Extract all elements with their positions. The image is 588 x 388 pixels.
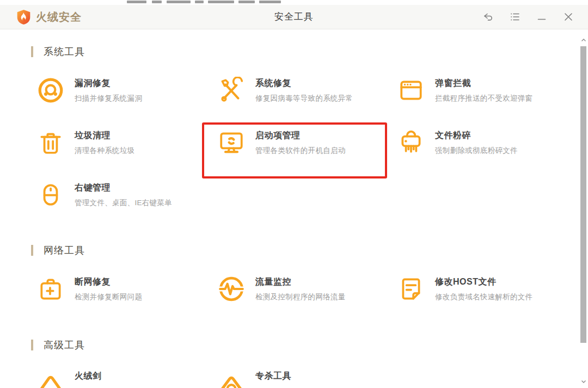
app-window: 火绒安全 安全工具 xyxy=(0,0,588,388)
tool-desc: 检测并修复断网问题 xyxy=(75,292,142,302)
section-marker xyxy=(31,340,33,350)
scrollbar-thumb[interactable] xyxy=(580,46,586,343)
tool-network-repair[interactable]: 断网修复 检测并修复断网问题 xyxy=(37,275,218,304)
huorong-logo-icon xyxy=(16,9,31,25)
section-header-advanced-tools: 高级工具 xyxy=(31,338,588,352)
section-title: 系统工具 xyxy=(44,45,85,58)
tool-desc: 检测及控制程序的网络流量 xyxy=(255,292,346,302)
network-tools-grid: 断网修复 检测并修复断网问题 流量监控 检测及控制程序的网络流量 xyxy=(37,275,588,304)
system-tools-grid: 漏洞修复 扫描并修复系统漏洞 系统修复 修复因病毒等导致的系统异 xyxy=(37,76,588,210)
tool-desc: 修复因病毒等导致的系统异常 xyxy=(255,94,353,103)
tool-name: 专杀工具 xyxy=(255,371,291,382)
section-title: 高级工具 xyxy=(44,338,85,352)
advanced-tools-grid: 火绒剑 专杀工具 xyxy=(37,369,588,388)
tool-desc: 拦截程序推送的不受欢迎弹窗 xyxy=(435,94,532,103)
tool-name: 文件粉碎 xyxy=(435,130,518,141)
tool-context-menu-manager[interactable]: 右键管理 管理文件、桌面、IE右键菜单 xyxy=(37,181,218,210)
tool-desc: 管理文件、桌面、IE右键菜单 xyxy=(75,198,172,208)
section-marker xyxy=(31,46,33,57)
tool-name: 右键管理 xyxy=(75,182,172,194)
app-brand: 火绒安全 xyxy=(16,5,82,29)
network-repair-icon xyxy=(37,275,64,303)
tool-host-file-edit[interactable]: 修改HOST文件 修改负责域名快速解析的文件 xyxy=(397,275,583,304)
tool-desc: 扫描并修复系统漏洞 xyxy=(75,94,142,103)
tool-desc: 强制删除或彻底粉碎文件 xyxy=(435,146,518,156)
minimize-button[interactable] xyxy=(536,11,547,22)
tool-desc: 修改负责域名快速解析的文件 xyxy=(435,292,532,302)
titlebar: 火绒安全 安全工具 xyxy=(0,5,588,29)
host-file-edit-icon xyxy=(397,275,425,303)
app-name: 火绒安全 xyxy=(36,10,82,24)
tool-name: 启动项管理 xyxy=(255,130,346,141)
tool-traffic-monitor[interactable]: 流量监控 检测及控制程序的网络流量 xyxy=(218,275,397,304)
close-button[interactable] xyxy=(563,11,574,22)
tool-vulnerability-fix[interactable]: 漏洞修复 扫描并修复系统漏洞 xyxy=(37,76,218,106)
window-controls xyxy=(483,5,574,29)
window-behind-artifact xyxy=(0,0,588,5)
tool-junk-cleaner[interactable]: 垃圾清理 清理各种系统垃圾 xyxy=(37,128,218,158)
section-title: 网络工具 xyxy=(44,244,85,257)
scroll-up-button[interactable] xyxy=(580,37,587,44)
startup-manager-icon xyxy=(218,129,245,156)
tool-startup-manager[interactable]: 启动项管理 管理各类软件的开机自启动 xyxy=(218,128,397,158)
context-menu-manager-icon xyxy=(37,181,64,208)
tool-file-shredder[interactable]: 文件粉碎 强制删除或彻底粉碎文件 xyxy=(397,128,583,158)
section-marker xyxy=(31,245,33,256)
tool-popup-blocker[interactable]: 弹窗拦截 拦截程序推送的不受欢迎弹窗 xyxy=(397,76,583,106)
tool-name: 火绒剑 xyxy=(75,371,102,382)
tool-system-repair[interactable]: 系统修复 修复因病毒等导致的系统异常 xyxy=(218,76,397,106)
traffic-monitor-icon xyxy=(218,275,245,303)
file-shredder-icon xyxy=(397,129,425,156)
system-repair-icon xyxy=(218,77,245,104)
tools-page: 系统工具 漏洞修复 扫描并修复系统漏洞 xyxy=(0,29,588,388)
tool-name: 漏洞修复 xyxy=(75,78,142,89)
section-header-network-tools: 网络工具 xyxy=(31,244,588,257)
tool-name: 弹窗拦截 xyxy=(435,78,532,89)
tool-name: 系统修复 xyxy=(255,78,353,89)
tool-huorong-sword[interactable]: 火绒剑 xyxy=(37,369,218,388)
scrollbar xyxy=(579,29,588,388)
tool-special-kill[interactable]: 专杀工具 xyxy=(218,369,397,388)
vulnerability-fix-icon xyxy=(37,77,64,104)
huorong-sword-icon xyxy=(37,369,64,388)
tool-name: 修改HOST文件 xyxy=(435,276,532,288)
tool-desc: 清理各种系统垃圾 xyxy=(75,146,134,156)
tool-desc: 管理各类软件的开机自启动 xyxy=(255,146,346,156)
tool-name: 流量监控 xyxy=(255,276,346,288)
popup-blocker-icon xyxy=(397,77,425,104)
special-kill-tool-icon xyxy=(218,369,245,388)
scroll-down-button[interactable] xyxy=(580,378,587,385)
tool-name: 断网修复 xyxy=(75,276,142,288)
back-button[interactable] xyxy=(483,11,494,22)
junk-cleaner-icon xyxy=(37,129,64,156)
menu-list-button[interactable] xyxy=(510,11,520,22)
section-header-system-tools: 系统工具 xyxy=(31,45,588,58)
tool-name: 垃圾清理 xyxy=(75,130,134,141)
